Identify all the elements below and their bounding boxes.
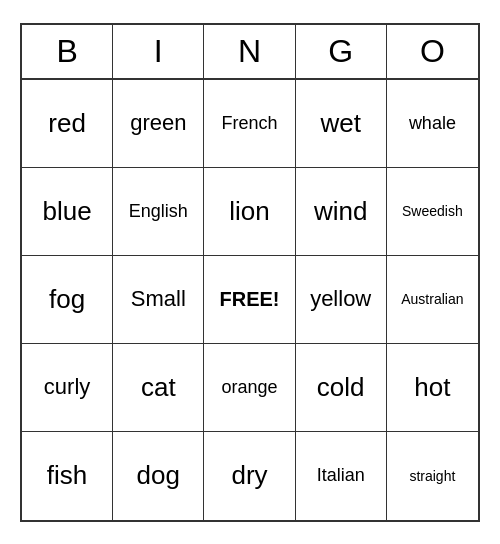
- bingo-cell: cat: [113, 344, 204, 432]
- bingo-cell: wet: [296, 80, 387, 168]
- bingo-cell: French: [204, 80, 295, 168]
- bingo-cell: straight: [387, 432, 478, 520]
- bingo-cell: blue: [22, 168, 113, 256]
- bingo-cell: FREE!: [204, 256, 295, 344]
- bingo-cell: yellow: [296, 256, 387, 344]
- bingo-cell: Australian: [387, 256, 478, 344]
- bingo-cell: curly: [22, 344, 113, 432]
- bingo-cell: Italian: [296, 432, 387, 520]
- bingo-cell: Small: [113, 256, 204, 344]
- bingo-cell: green: [113, 80, 204, 168]
- bingo-cell: orange: [204, 344, 295, 432]
- bingo-cell: dog: [113, 432, 204, 520]
- header-letter: B: [22, 25, 113, 78]
- bingo-cell: red: [22, 80, 113, 168]
- bingo-header: BINGO: [22, 25, 478, 80]
- header-letter: O: [387, 25, 478, 78]
- bingo-card: BINGO redgreenFrenchwetwhaleblueEnglishl…: [20, 23, 480, 522]
- bingo-grid: redgreenFrenchwetwhaleblueEnglishlionwin…: [22, 80, 478, 520]
- bingo-cell: hot: [387, 344, 478, 432]
- bingo-cell: dry: [204, 432, 295, 520]
- header-letter: N: [204, 25, 295, 78]
- header-letter: G: [296, 25, 387, 78]
- bingo-cell: fish: [22, 432, 113, 520]
- bingo-cell: Sweedish: [387, 168, 478, 256]
- header-letter: I: [113, 25, 204, 78]
- bingo-cell: lion: [204, 168, 295, 256]
- bingo-cell: whale: [387, 80, 478, 168]
- bingo-cell: cold: [296, 344, 387, 432]
- bingo-cell: wind: [296, 168, 387, 256]
- bingo-cell: English: [113, 168, 204, 256]
- bingo-cell: fog: [22, 256, 113, 344]
